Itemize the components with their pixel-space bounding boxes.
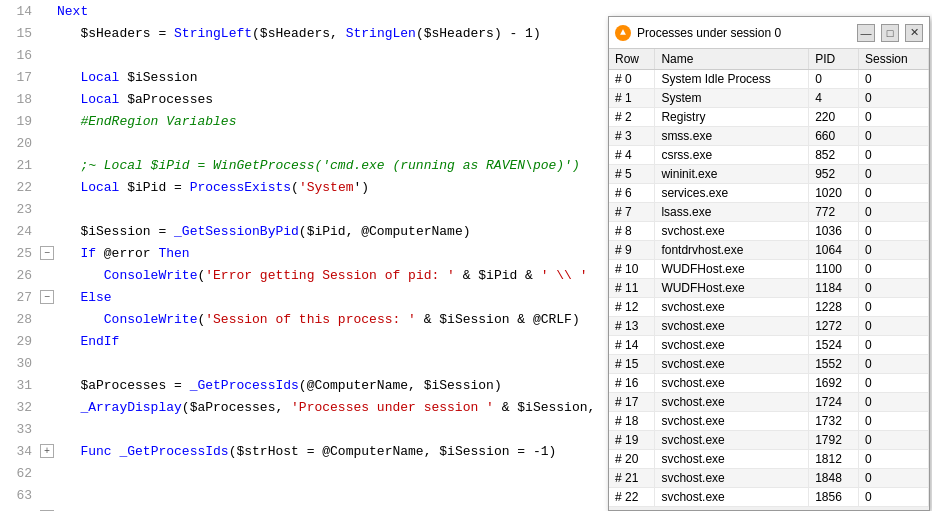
table-cell-session: 0 bbox=[859, 431, 929, 450]
code-token: $aProcesses bbox=[127, 92, 213, 107]
code-line: 32 _ArrayDisplay($aProcesses, 'Processes… bbox=[0, 396, 610, 418]
code-line: 16 bbox=[0, 44, 610, 66]
table-column-header: Session bbox=[859, 49, 929, 70]
table-row[interactable]: # 10WUDFHost.exe11000 bbox=[609, 260, 929, 279]
line-number: 22 bbox=[0, 180, 40, 195]
line-number: 30 bbox=[0, 356, 40, 371]
table-row[interactable]: # 20svchost.exe18120 bbox=[609, 450, 929, 469]
code-token: ;~ Local $iPid = WinGetProcess('cmd.exe … bbox=[57, 158, 580, 173]
table-row[interactable]: # 6services.exe10200 bbox=[609, 184, 929, 203]
line-number: 17 bbox=[0, 70, 40, 85]
code-token: _ArrayDisplay bbox=[57, 400, 182, 415]
table-cell-row: # 2 bbox=[609, 108, 655, 127]
code-line: 62 bbox=[0, 462, 610, 484]
table-row[interactable]: # 13svchost.exe12720 bbox=[609, 317, 929, 336]
table-row[interactable]: # 1System40 bbox=[609, 89, 929, 108]
table-cell-pid: 1524 bbox=[809, 336, 859, 355]
table-row[interactable]: # 19svchost.exe17920 bbox=[609, 431, 929, 450]
table-cell-session: 0 bbox=[859, 70, 929, 89]
line-content: Local $iSession bbox=[57, 70, 610, 85]
table-cell-row: # 9 bbox=[609, 241, 655, 260]
code-token: ($iPid, @ComputerName) bbox=[299, 224, 471, 239]
table-row[interactable]: # 22svchost.exe18560 bbox=[609, 488, 929, 507]
table-row[interactable]: # 5wininit.exe9520 bbox=[609, 165, 929, 184]
table-row[interactable]: # 16svchost.exe16920 bbox=[609, 374, 929, 393]
close-button[interactable]: ✕ bbox=[905, 24, 923, 42]
code-token: ConsoleWrite bbox=[104, 312, 198, 327]
table-cell-name: smss.exe bbox=[655, 127, 809, 146]
code-token: ($strHost = @ComputerName, $iSession = -… bbox=[229, 444, 557, 459]
processes-dialog: ▲ Processes under session 0 — □ ✕ RowNam… bbox=[608, 16, 930, 511]
table-cell-row: # 17 bbox=[609, 393, 655, 412]
line-content: EndIf bbox=[57, 334, 610, 349]
table-row[interactable]: # 7lsass.exe7720 bbox=[609, 203, 929, 222]
code-token: $iSession = bbox=[57, 224, 174, 239]
table-row[interactable]: # 9fontdrvhost.exe10640 bbox=[609, 241, 929, 260]
code-line: 63 bbox=[0, 484, 610, 506]
code-token: ($aProcesses, bbox=[182, 400, 291, 415]
code-line: 15 $sHeaders = StringLeft($sHeaders, Str… bbox=[0, 22, 610, 44]
table-cell-session: 0 bbox=[859, 355, 929, 374]
table-cell-name: svchost.exe bbox=[655, 222, 809, 241]
table-row[interactable]: # 2Registry2200 bbox=[609, 108, 929, 127]
minimize-button[interactable]: — bbox=[857, 24, 875, 42]
table-row[interactable]: # 18svchost.exe17320 bbox=[609, 412, 929, 431]
table-row[interactable]: # 21svchost.exe18480 bbox=[609, 469, 929, 488]
table-cell-session: 0 bbox=[859, 450, 929, 469]
code-token: 'Error getting Session of pid: ' bbox=[205, 268, 455, 283]
table-cell-pid: 852 bbox=[809, 146, 859, 165]
line-content: $sHeaders = StringLeft($sHeaders, String… bbox=[57, 26, 610, 41]
table-cell-session: 0 bbox=[859, 146, 929, 165]
line-number: 28 bbox=[0, 312, 40, 327]
table-row[interactable]: # 12svchost.exe12280 bbox=[609, 298, 929, 317]
code-line: 27− Else bbox=[0, 286, 610, 308]
process-table-container: RowNamePIDSession # 0System Idle Process… bbox=[609, 49, 929, 510]
table-cell-pid: 220 bbox=[809, 108, 859, 127]
code-token: Else bbox=[57, 290, 112, 305]
table-row[interactable]: # 11WUDFHost.exe11840 bbox=[609, 279, 929, 298]
code-token: Local bbox=[57, 180, 127, 195]
line-number: 26 bbox=[0, 268, 40, 283]
code-token: & $iPid & bbox=[455, 268, 541, 283]
table-cell-row: # 22 bbox=[609, 488, 655, 507]
line-number: 15 bbox=[0, 26, 40, 41]
fold-collapse-button[interactable]: − bbox=[40, 290, 54, 304]
line-number: 19 bbox=[0, 114, 40, 129]
table-row[interactable]: # 4csrss.exe8520 bbox=[609, 146, 929, 165]
dialog-title: Processes under session 0 bbox=[637, 26, 851, 40]
table-cell-name: svchost.exe bbox=[655, 431, 809, 450]
table-row[interactable]: # 17svchost.exe17240 bbox=[609, 393, 929, 412]
table-row[interactable]: # 15svchost.exe15520 bbox=[609, 355, 929, 374]
code-token: ($sHeaders, bbox=[252, 26, 346, 41]
table-cell-pid: 1692 bbox=[809, 374, 859, 393]
code-token: #EndRegion Variables bbox=[57, 114, 236, 129]
code-token: Next bbox=[57, 4, 88, 19]
code-line: 34+ Func _GetProcessIds($strHost = @Comp… bbox=[0, 440, 610, 462]
line-content: ConsoleWrite('Error getting Session of p… bbox=[57, 268, 610, 283]
code-token: $aProcesses = bbox=[57, 378, 190, 393]
line-content: ConsoleWrite('Session of this process: '… bbox=[57, 312, 610, 327]
table-cell-name: svchost.exe bbox=[655, 450, 809, 469]
table-row[interactable]: # 14svchost.exe15240 bbox=[609, 336, 929, 355]
table-cell-row: # 20 bbox=[609, 450, 655, 469]
table-cell-session: 0 bbox=[859, 89, 929, 108]
restore-button[interactable]: □ bbox=[881, 24, 899, 42]
table-cell-row: # 8 bbox=[609, 222, 655, 241]
code-token: If bbox=[57, 246, 104, 261]
code-token: $iSession bbox=[127, 70, 197, 85]
table-cell-name: svchost.exe bbox=[655, 469, 809, 488]
table-cell-session: 0 bbox=[859, 488, 929, 507]
line-number: 34 bbox=[0, 444, 40, 459]
line-number: 31 bbox=[0, 378, 40, 393]
code-token: ConsoleWrite bbox=[104, 268, 198, 283]
table-cell-pid: 1184 bbox=[809, 279, 859, 298]
table-row[interactable]: # 0System Idle Process00 bbox=[609, 70, 929, 89]
fold-collapse-button[interactable]: − bbox=[40, 246, 54, 260]
table-row[interactable]: # 3smss.exe6600 bbox=[609, 127, 929, 146]
table-cell-session: 0 bbox=[859, 222, 929, 241]
table-cell-row: # 7 bbox=[609, 203, 655, 222]
table-row[interactable]: # 8svchost.exe10360 bbox=[609, 222, 929, 241]
dialog-titlebar: ▲ Processes under session 0 — □ ✕ bbox=[609, 17, 929, 49]
code-line: 23 bbox=[0, 198, 610, 220]
fold-expand-button[interactable]: + bbox=[40, 444, 54, 458]
